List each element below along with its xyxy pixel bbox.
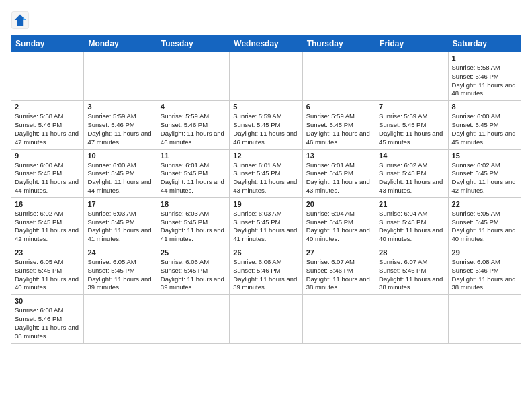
day-number: 22	[452, 200, 517, 208]
calendar-day-cell: 13Sunrise: 6:01 AM Sunset: 5:45 PM Dayli…	[302, 149, 375, 197]
day-number: 1	[452, 54, 517, 62]
day-info: Sunrise: 5:59 AM Sunset: 5:45 PM Dayligh…	[306, 112, 371, 146]
calendar-day-cell: 17Sunrise: 6:03 AM Sunset: 5:45 PM Dayli…	[84, 197, 157, 246]
calendar-day-cell	[375, 295, 448, 343]
day-info: Sunrise: 5:58 AM Sunset: 5:46 PM Dayligh…	[15, 112, 80, 146]
calendar-day-cell: 4Sunrise: 5:59 AM Sunset: 5:46 PM Daylig…	[157, 101, 229, 149]
calendar-day-cell	[448, 295, 521, 343]
calendar-day-cell: 15Sunrise: 6:02 AM Sunset: 5:45 PM Dayli…	[448, 149, 521, 197]
calendar-day-cell: 24Sunrise: 6:05 AM Sunset: 5:45 PM Dayli…	[84, 246, 157, 295]
day-number: 25	[161, 248, 226, 257]
calendar-day-cell	[84, 295, 157, 343]
day-number: 5	[233, 103, 298, 111]
calendar-week-row: 2Sunrise: 5:58 AM Sunset: 5:46 PM Daylig…	[11, 101, 521, 149]
calendar-day-cell: 11Sunrise: 6:01 AM Sunset: 5:45 PM Dayli…	[157, 149, 229, 197]
calendar-day-cell: 28Sunrise: 6:07 AM Sunset: 5:46 PM Dayli…	[375, 246, 448, 295]
calendar-day-cell: 21Sunrise: 6:04 AM Sunset: 5:45 PM Dayli…	[375, 197, 448, 246]
calendar-day-cell: 29Sunrise: 6:08 AM Sunset: 5:46 PM Dayli…	[448, 246, 521, 295]
calendar-day-cell: 5Sunrise: 5:59 AM Sunset: 5:45 PM Daylig…	[230, 101, 302, 149]
calendar-header-row: SundayMondayTuesdayWednesdayThursdayFrid…	[11, 36, 521, 52]
day-number: 3	[87, 103, 152, 111]
day-number: 24	[87, 248, 152, 257]
calendar-day-cell: 7Sunrise: 5:59 AM Sunset: 5:45 PM Daylig…	[375, 101, 448, 149]
calendar-day-cell	[157, 52, 229, 101]
day-info: Sunrise: 6:03 AM Sunset: 5:45 PM Dayligh…	[233, 210, 298, 244]
calendar-week-row: 9Sunrise: 6:00 AM Sunset: 5:45 PM Daylig…	[11, 149, 521, 197]
day-info: Sunrise: 5:59 AM Sunset: 5:45 PM Dayligh…	[379, 112, 444, 146]
day-info: Sunrise: 6:07 AM Sunset: 5:46 PM Dayligh…	[379, 258, 444, 292]
calendar-week-row: 23Sunrise: 6:05 AM Sunset: 5:45 PM Dayli…	[11, 246, 521, 295]
day-info: Sunrise: 6:01 AM Sunset: 5:45 PM Dayligh…	[233, 161, 298, 195]
day-number: 19	[233, 200, 298, 208]
day-info: Sunrise: 6:04 AM Sunset: 5:45 PM Dayligh…	[306, 210, 371, 244]
calendar-day-cell	[375, 52, 448, 101]
calendar-day-cell: 16Sunrise: 6:02 AM Sunset: 5:45 PM Dayli…	[11, 197, 84, 246]
day-number: 8	[452, 103, 517, 111]
day-number: 4	[161, 103, 226, 111]
calendar-day-header: Sunday	[11, 36, 84, 52]
day-info: Sunrise: 5:59 AM Sunset: 5:45 PM Dayligh…	[233, 112, 298, 146]
day-number: 21	[379, 200, 444, 208]
day-info: Sunrise: 6:00 AM Sunset: 5:45 PM Dayligh…	[452, 112, 517, 146]
day-info: Sunrise: 6:02 AM Sunset: 5:45 PM Dayligh…	[452, 161, 517, 195]
day-number: 13	[306, 152, 371, 160]
day-number: 6	[306, 103, 371, 111]
day-number: 2	[15, 103, 80, 111]
day-number: 10	[87, 152, 152, 160]
day-number: 23	[15, 248, 80, 257]
calendar-week-row: 1Sunrise: 5:58 AM Sunset: 5:46 PM Daylig…	[11, 52, 521, 101]
calendar-week-row: 30Sunrise: 6:08 AM Sunset: 5:46 PM Dayli…	[11, 295, 521, 343]
calendar-day-cell: 30Sunrise: 6:08 AM Sunset: 5:46 PM Dayli…	[11, 295, 84, 343]
day-info: Sunrise: 5:59 AM Sunset: 5:46 PM Dayligh…	[161, 112, 226, 146]
calendar-day-header: Saturday	[448, 36, 521, 52]
day-number: 29	[452, 248, 517, 257]
day-number: 7	[379, 103, 444, 111]
calendar-day-cell	[230, 295, 302, 343]
day-info: Sunrise: 6:03 AM Sunset: 5:45 PM Dayligh…	[87, 210, 152, 244]
day-info: Sunrise: 5:59 AM Sunset: 5:46 PM Dayligh…	[87, 112, 152, 146]
day-number: 26	[233, 248, 298, 257]
calendar-day-cell	[84, 52, 157, 101]
day-number: 28	[379, 248, 444, 257]
calendar-day-cell: 14Sunrise: 6:02 AM Sunset: 5:45 PM Dayli…	[375, 149, 448, 197]
calendar-day-cell: 9Sunrise: 6:00 AM Sunset: 5:45 PM Daylig…	[11, 149, 84, 197]
calendar-day-cell	[230, 52, 302, 101]
logo	[11, 11, 32, 30]
header	[11, 11, 521, 30]
day-info: Sunrise: 6:02 AM Sunset: 5:45 PM Dayligh…	[379, 161, 444, 195]
day-info: Sunrise: 6:05 AM Sunset: 5:45 PM Dayligh…	[452, 210, 517, 244]
calendar-day-cell: 3Sunrise: 5:59 AM Sunset: 5:46 PM Daylig…	[84, 101, 157, 149]
calendar-day-header: Tuesday	[157, 36, 229, 52]
calendar: SundayMondayTuesdayWednesdayThursdayFrid…	[11, 35, 521, 344]
calendar-day-cell: 27Sunrise: 6:07 AM Sunset: 5:46 PM Dayli…	[302, 246, 375, 295]
calendar-day-cell: 18Sunrise: 6:03 AM Sunset: 5:45 PM Dayli…	[157, 197, 229, 246]
day-info: Sunrise: 5:58 AM Sunset: 5:46 PM Dayligh…	[452, 64, 517, 98]
calendar-day-cell	[302, 52, 375, 101]
calendar-day-header: Wednesday	[230, 36, 302, 52]
day-info: Sunrise: 6:00 AM Sunset: 5:45 PM Dayligh…	[15, 161, 80, 195]
day-number: 11	[161, 152, 226, 160]
calendar-day-cell: 8Sunrise: 6:00 AM Sunset: 5:45 PM Daylig…	[448, 101, 521, 149]
calendar-day-cell	[157, 295, 229, 343]
calendar-day-header: Thursday	[302, 36, 375, 52]
day-info: Sunrise: 6:04 AM Sunset: 5:45 PM Dayligh…	[379, 210, 444, 244]
calendar-day-header: Monday	[84, 36, 157, 52]
calendar-day-cell: 23Sunrise: 6:05 AM Sunset: 5:45 PM Dayli…	[11, 246, 84, 295]
day-info: Sunrise: 6:00 AM Sunset: 5:45 PM Dayligh…	[87, 161, 152, 195]
day-info: Sunrise: 6:02 AM Sunset: 5:45 PM Dayligh…	[15, 210, 80, 244]
day-number: 27	[306, 248, 371, 257]
day-number: 15	[452, 152, 517, 160]
calendar-week-row: 16Sunrise: 6:02 AM Sunset: 5:45 PM Dayli…	[11, 197, 521, 246]
day-info: Sunrise: 6:01 AM Sunset: 5:45 PM Dayligh…	[306, 161, 371, 195]
day-number: 9	[15, 152, 80, 160]
day-info: Sunrise: 6:03 AM Sunset: 5:45 PM Dayligh…	[161, 210, 226, 244]
day-info: Sunrise: 6:06 AM Sunset: 5:45 PM Dayligh…	[161, 258, 226, 292]
calendar-day-header: Friday	[375, 36, 448, 52]
calendar-day-cell: 1Sunrise: 5:58 AM Sunset: 5:46 PM Daylig…	[448, 52, 521, 101]
logo-icon	[11, 11, 30, 30]
day-info: Sunrise: 6:08 AM Sunset: 5:46 PM Dayligh…	[15, 306, 80, 340]
calendar-day-cell: 26Sunrise: 6:06 AM Sunset: 5:46 PM Dayli…	[230, 246, 302, 295]
day-number: 12	[233, 152, 298, 160]
day-info: Sunrise: 6:08 AM Sunset: 5:46 PM Dayligh…	[452, 258, 517, 292]
calendar-day-cell: 22Sunrise: 6:05 AM Sunset: 5:45 PM Dayli…	[448, 197, 521, 246]
